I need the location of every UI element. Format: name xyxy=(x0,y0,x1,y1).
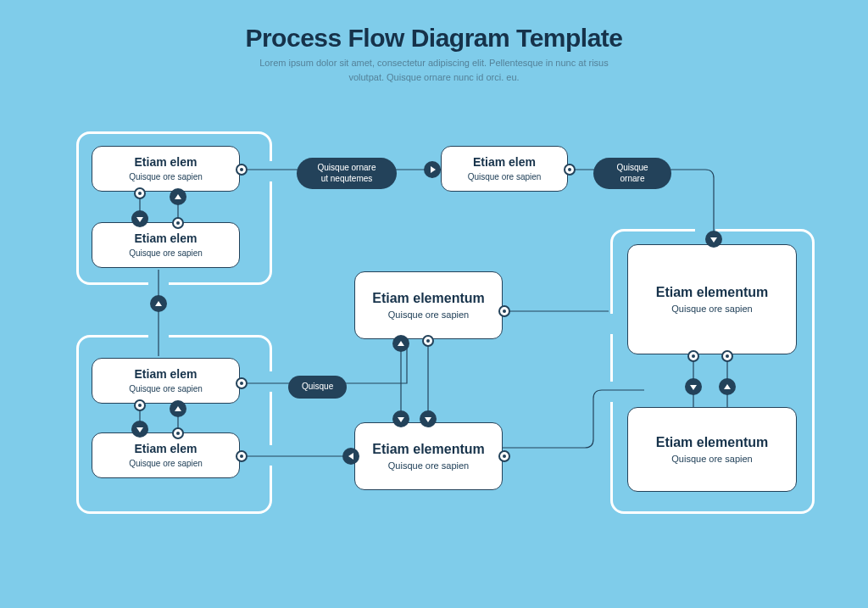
port-dot-icon xyxy=(687,350,699,362)
subtitle-line-1: Lorem ipsum dolor sit amet, consectetur … xyxy=(259,58,609,68)
arrow-up-icon xyxy=(150,295,167,312)
arrow-up-icon xyxy=(392,335,409,352)
port-dot-icon xyxy=(134,187,146,199)
arrow-down-icon xyxy=(420,410,437,427)
node-8-sub: Quisque ore sapien xyxy=(671,303,752,315)
arrow-up-icon xyxy=(170,188,186,205)
pill-3: Quisque xyxy=(288,376,347,399)
node-3-title: Etiam elem xyxy=(135,367,198,382)
node-3-sub: Quisque ore sapien xyxy=(129,383,203,394)
node-5-sub: Quisque ore sapien xyxy=(468,171,542,182)
node-5-title: Etiam elem xyxy=(473,155,536,170)
node-1-sub: Quisque ore sapien xyxy=(129,171,203,182)
pill-1-line-1: Quisque ornare xyxy=(318,163,376,172)
node-7-title: Etiam elementum xyxy=(372,441,484,457)
frame-notch xyxy=(606,314,616,334)
pill-2: Quisque ornare xyxy=(593,158,671,189)
arrow-down-icon xyxy=(131,421,148,438)
frame-notch xyxy=(606,382,616,402)
arrow-up-icon xyxy=(719,378,736,395)
arrow-down-icon xyxy=(131,210,148,227)
port-dot-icon xyxy=(498,450,510,462)
node-2-title: Etiam elem xyxy=(135,231,198,246)
frame-notch xyxy=(263,161,273,181)
arrow-left-icon xyxy=(342,448,359,465)
node-2: Etiam elem Quisque ore sapien xyxy=(92,222,240,268)
node-1-title: Etiam elem xyxy=(135,155,198,170)
port-dot-icon xyxy=(564,164,576,176)
port-dot-icon xyxy=(721,350,733,362)
node-3: Etiam elem Quisque ore sapien xyxy=(92,358,240,404)
node-8: Etiam elementum Quisque ore sapien xyxy=(627,244,797,354)
frame-notch xyxy=(263,371,273,392)
arrow-down-icon xyxy=(705,231,722,248)
node-6-sub: Quisque ore sapien xyxy=(388,309,469,321)
port-dot-icon xyxy=(134,399,146,411)
frame-notch xyxy=(148,331,169,341)
node-4: Etiam elem Quisque ore sapien xyxy=(92,432,240,478)
node-9-title: Etiam elementum xyxy=(656,434,768,450)
node-7: Etiam elementum Quisque ore sapien xyxy=(354,422,503,490)
node-4-title: Etiam elem xyxy=(135,442,198,456)
node-8-title: Etiam elementum xyxy=(656,284,768,300)
arrow-right-icon xyxy=(424,161,441,178)
port-dot-icon xyxy=(236,164,248,176)
port-dot-icon xyxy=(172,217,184,229)
pill-2-line-1: Quisque xyxy=(616,163,648,172)
subtitle-line-2: volutpat. Quisque ornare nunc id orci. e… xyxy=(348,72,519,82)
diagram-stage: Process Flow Diagram Template Lorem ipsu… xyxy=(0,0,868,608)
port-dot-icon xyxy=(236,377,248,389)
frame-notch xyxy=(263,445,273,466)
port-dot-icon xyxy=(236,450,248,462)
frame-notch xyxy=(148,276,169,286)
node-9-sub: Quisque ore sapien xyxy=(671,453,752,465)
pill-2-line-2: ornare xyxy=(620,174,645,183)
arrow-down-icon xyxy=(685,378,702,395)
node-7-sub: Quisque ore sapien xyxy=(388,460,469,471)
node-5: Etiam elem Quisque ore sapien xyxy=(441,146,568,192)
arrow-up-icon xyxy=(170,400,186,417)
page-subtitle: Lorem ipsum dolor sit amet, consectetur … xyxy=(0,56,868,84)
pill-1-line-2: ut nequtemes xyxy=(321,174,373,183)
pill-1: Quisque ornare ut nequtemes xyxy=(297,158,397,189)
arrow-down-icon xyxy=(392,410,409,427)
pill-3-text: Quisque xyxy=(302,382,333,391)
port-dot-icon xyxy=(172,427,184,439)
node-6: Etiam elementum Quisque ore sapien xyxy=(354,271,503,339)
port-dot-icon xyxy=(498,305,510,317)
node-6-title: Etiam elementum xyxy=(372,290,484,306)
node-9: Etiam elementum Quisque ore sapien xyxy=(627,407,797,492)
node-1: Etiam elem Quisque ore sapien xyxy=(92,146,240,192)
port-dot-icon xyxy=(422,335,434,347)
node-2-sub: Quisque ore sapien xyxy=(129,248,203,259)
node-4-sub: Quisque ore sapien xyxy=(129,458,203,469)
page-title: Process Flow Diagram Template xyxy=(0,24,868,53)
